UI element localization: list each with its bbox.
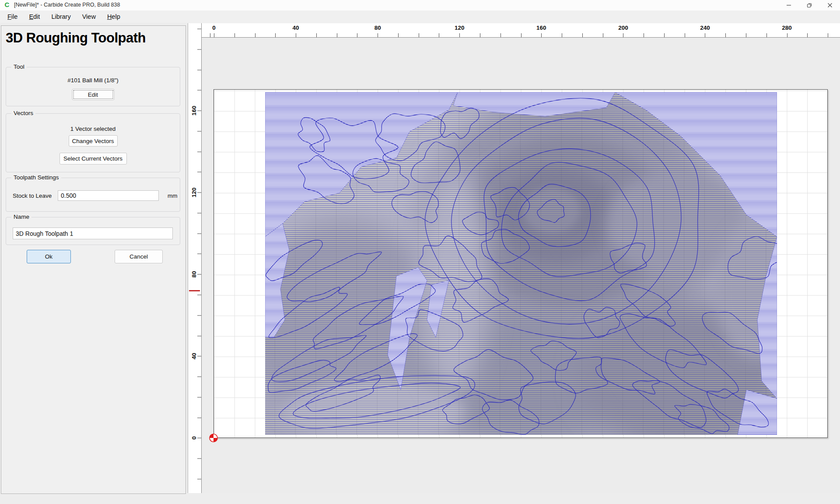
ruler-label: 40 bbox=[293, 24, 299, 31]
app-logo-icon: C bbox=[4, 1, 10, 8]
ruler-label: 120 bbox=[455, 24, 465, 31]
horizontal-ruler: 04080120160200240280 bbox=[202, 23, 840, 38]
ruler-label: 0 bbox=[212, 24, 216, 31]
restore-button[interactable] bbox=[799, 0, 819, 10]
menu-file[interactable]: File bbox=[2, 12, 23, 21]
tool-group: Tool #101 Ball Mill (1/8") Edit bbox=[6, 67, 180, 106]
app-window: C [NewFile]* - Carbide Create PRO, Build… bbox=[0, 0, 840, 504]
close-button[interactable] bbox=[819, 0, 840, 10]
vectors-group: Vectors 1 Vector selected Change Vectors… bbox=[6, 113, 180, 172]
vectors-group-label: Vectors bbox=[11, 110, 35, 116]
ruler-label: 40 bbox=[191, 350, 198, 362]
workspace: 3D Roughing Toolpath Tool #101 Ball Mill… bbox=[0, 23, 840, 504]
edit-tool-button[interactable]: Edit bbox=[72, 89, 114, 100]
dialog-title: 3D Roughing Toolpath bbox=[6, 30, 186, 46]
menu-help[interactable]: Help bbox=[102, 12, 126, 21]
origin-marker-icon bbox=[209, 433, 218, 443]
ruler-label: 280 bbox=[782, 24, 792, 31]
toolpath-settings-label: Toolpath Settings bbox=[11, 174, 61, 181]
tool-group-label: Tool bbox=[11, 63, 27, 70]
ruler-label: 80 bbox=[374, 24, 381, 31]
ruler-label: 80 bbox=[191, 268, 198, 280]
stock-to-leave-unit: mm bbox=[168, 192, 178, 199]
ruler-label: 200 bbox=[618, 24, 628, 31]
ruler-label: 160 bbox=[191, 105, 198, 117]
ruler-label: 160 bbox=[536, 24, 546, 31]
toolpath-preview bbox=[265, 92, 777, 435]
minimize-icon bbox=[786, 3, 791, 8]
stock-to-leave-input[interactable] bbox=[58, 190, 159, 201]
change-vectors-button[interactable]: Change Vectors bbox=[69, 135, 118, 147]
minimize-button[interactable] bbox=[778, 0, 799, 10]
toolpath-settings-group: Toolpath Settings Stock to Leave mm bbox=[6, 178, 180, 212]
ruler-position-marker bbox=[189, 290, 200, 291]
name-group-label: Name bbox=[11, 214, 32, 220]
ruler-label: 120 bbox=[191, 186, 198, 199]
toolpath-dialog-panel: 3D Roughing Toolpath Tool #101 Ball Mill… bbox=[1, 25, 186, 494]
close-icon bbox=[827, 3, 833, 8]
tool-name: #101 Ball Mill (1/8") bbox=[6, 77, 180, 84]
vectors-status: 1 Vector selected bbox=[6, 126, 180, 132]
menu-view[interactable]: View bbox=[77, 12, 102, 21]
name-group: Name bbox=[6, 217, 180, 245]
menu-library[interactable]: Library bbox=[46, 12, 76, 21]
ruler-label: 0 bbox=[191, 432, 198, 444]
ruler-label: 240 bbox=[700, 24, 710, 31]
window-title: [NewFile]* - Carbide Create PRO, Build 8… bbox=[14, 2, 120, 8]
menu-edit[interactable]: Edit bbox=[23, 12, 46, 21]
restore-icon bbox=[807, 3, 812, 8]
ok-button[interactable]: Ok bbox=[27, 250, 71, 263]
titlebar: C [NewFile]* - Carbide Create PRO, Build… bbox=[0, 0, 840, 11]
menubar: FileEditLibraryViewHelp bbox=[0, 10, 840, 23]
stock-to-leave-label: Stock to Leave bbox=[13, 192, 52, 199]
canvas[interactable] bbox=[202, 38, 840, 493]
cancel-button[interactable]: Cancel bbox=[115, 250, 163, 263]
vertical-ruler: 16012080400 bbox=[188, 23, 202, 493]
select-current-vectors-button[interactable]: Select Current Vectors bbox=[60, 153, 127, 164]
toolpath-name-input[interactable] bbox=[13, 228, 173, 239]
